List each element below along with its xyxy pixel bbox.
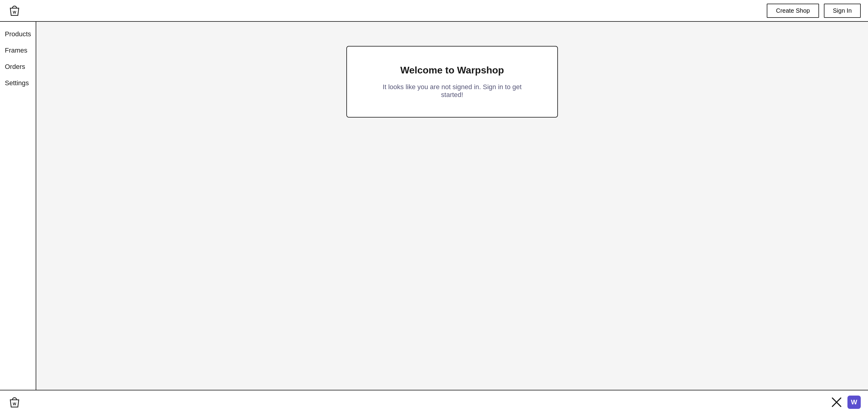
footer-bag-icon: W <box>7 395 22 410</box>
sidebar: Products Frames Orders Settings <box>0 22 36 390</box>
sidebar-item-frames[interactable]: Frames <box>5 45 31 56</box>
svg-text:W: W <box>13 10 16 14</box>
sidebar-item-settings[interactable]: Settings <box>5 78 31 88</box>
svg-text:W: W <box>13 402 16 406</box>
create-shop-button[interactable]: Create Shop <box>767 4 819 18</box>
header: W Create Shop Sign In <box>0 0 868 22</box>
footer-social: W <box>831 395 861 409</box>
footer-logo: W <box>7 395 22 410</box>
w-social-icon[interactable]: W <box>847 395 861 409</box>
sidebar-item-orders[interactable]: Orders <box>5 62 31 72</box>
main-content: Welcome to Warpshop It looks like you ar… <box>36 22 868 390</box>
header-logo: W <box>7 3 22 18</box>
header-buttons: Create Shop Sign In <box>767 4 861 18</box>
sidebar-item-products[interactable]: Products <box>5 29 31 39</box>
sign-in-button[interactable]: Sign In <box>824 4 861 18</box>
main-layout: Products Frames Orders Settings Welcome … <box>0 22 868 390</box>
x-social-icon[interactable] <box>831 396 843 408</box>
welcome-title: Welcome to Warpshop <box>371 65 533 76</box>
logo-bag-icon: W <box>7 3 22 18</box>
welcome-subtitle: It looks like you are not signed in. Sig… <box>371 83 533 99</box>
welcome-card: Welcome to Warpshop It looks like you ar… <box>346 46 558 118</box>
footer: W W <box>0 390 868 414</box>
